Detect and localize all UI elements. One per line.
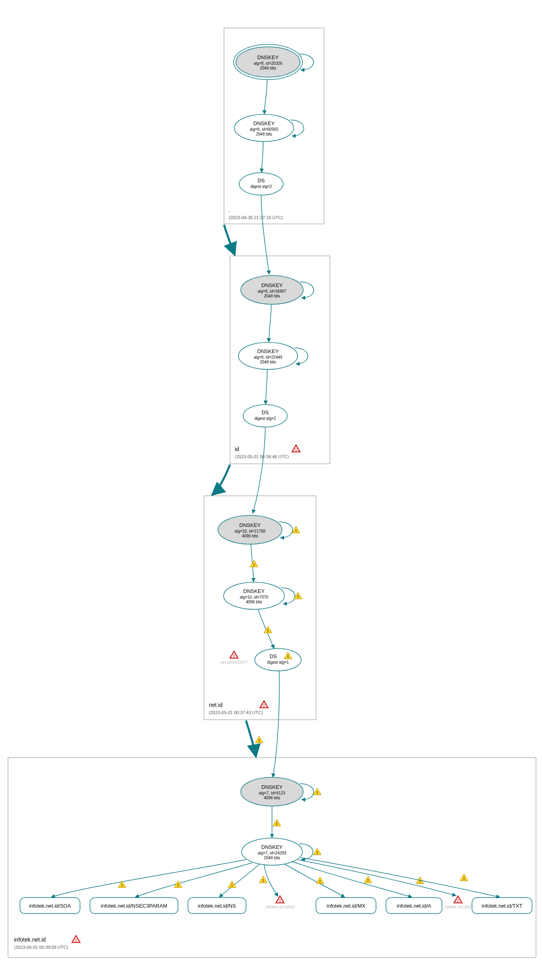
rr-txt: infotek.net.id/TXT xyxy=(472,898,532,914)
node-root-ksk: DNSKEY alg=8, id=20326 2048 bits xyxy=(234,44,302,80)
svg-text:alg=7, id=24293: alg=7, id=24293 xyxy=(258,851,286,855)
ghost-leaf-ns: infotek.net.id/NS xyxy=(265,905,295,909)
svg-point-33 xyxy=(255,649,301,671)
ghost-netid-dnskey: net.id/DNSKEY xyxy=(220,660,248,665)
ghost-leaf-a: infotek.net.id/A xyxy=(445,905,471,909)
zone-label-id: id xyxy=(235,446,239,452)
svg-text:alg=8, id=60955: alg=8, id=60955 xyxy=(250,127,278,132)
rr-ns: infotek.net.id/NS xyxy=(188,898,246,914)
error-icon xyxy=(230,651,238,658)
rr-a: infotek.net.id/A xyxy=(386,898,442,914)
warning-icon xyxy=(259,876,267,883)
zone-label-netid: net.id xyxy=(209,702,222,708)
svg-text:alg=8, id=26887: alg=8, id=26887 xyxy=(258,289,286,293)
warning-icon xyxy=(313,848,321,855)
node-root-zsk: DNSKEY alg=8, id=60955 2048 bits xyxy=(234,114,294,142)
svg-text:alg=10, id=21768: alg=10, id=21768 xyxy=(234,529,266,533)
svg-text:alg=10, id=7070: alg=10, id=7070 xyxy=(240,595,268,599)
zone-label-leaf: infotek.net.id xyxy=(14,936,46,943)
svg-text:alg=7, id=9123: alg=7, id=9123 xyxy=(259,791,286,795)
svg-text:2048 bits: 2048 bits xyxy=(264,294,280,298)
node-net-zsk: DNSKEY alg=10, id=7070 4096 bits xyxy=(224,582,284,609)
node-leaf-ksk: DNSKEY alg=7, id=9123 4096 bits xyxy=(241,777,303,806)
svg-text:DS: DS xyxy=(270,653,277,659)
zone-label-root: . xyxy=(229,207,230,213)
node-leaf-zsk: DNSKEY alg=7, id=24293 2048 bits xyxy=(242,838,302,865)
svg-text:DNSKEY: DNSKEY xyxy=(243,588,265,594)
warning-icon xyxy=(313,788,321,795)
node-root-ds: DS digest alg=2 xyxy=(239,173,283,195)
svg-text:DNSKEY: DNSKEY xyxy=(261,784,283,790)
svg-text:2048 bits: 2048 bits xyxy=(260,66,276,70)
warning-icon xyxy=(273,819,281,826)
svg-text:infotek.net.id/NS: infotek.net.id/NS xyxy=(198,903,236,909)
svg-text:4096 bits: 4096 bits xyxy=(246,600,262,604)
svg-text:infotek.net.id/A: infotek.net.id/A xyxy=(397,903,431,909)
zone-ts-root: (2023-04-30 21:27:18 UTC) xyxy=(229,215,283,220)
svg-text:DS: DS xyxy=(258,178,265,184)
svg-text:digest alg=2: digest alg=2 xyxy=(250,184,272,189)
svg-text:DNSKEY: DNSKEY xyxy=(253,120,275,126)
rr-nsec3param: infotek.net.id/NSEC3PARAM xyxy=(90,898,178,914)
svg-text:4096 bits: 4096 bits xyxy=(242,534,258,538)
zone-ts-id: (2023-05-01 00:36:46 UTC) xyxy=(235,454,289,459)
svg-text:infotek.net.id/TXT: infotek.net.id/TXT xyxy=(482,903,522,909)
svg-text:alg=8, id=22449: alg=8, id=22449 xyxy=(254,355,282,359)
error-icon xyxy=(292,445,300,452)
svg-point-11 xyxy=(239,173,283,195)
node-id-ds: DS digest alg=2 xyxy=(243,405,287,427)
svg-text:DNSKEY: DNSKEY xyxy=(239,522,261,528)
svg-text:infotek.net.id/MX: infotek.net.id/MX xyxy=(327,903,366,909)
zone-ts-leaf: (2023-05-01 00:39:09 UTC) xyxy=(14,945,68,950)
rr-soa: infotek.net.id/SOA xyxy=(20,898,80,914)
warning-icon xyxy=(118,881,126,888)
svg-text:digest alg=1: digest alg=1 xyxy=(267,660,289,665)
warning-icon xyxy=(316,877,324,884)
svg-text:infotek.net.id/SOA: infotek.net.id/SOA xyxy=(29,903,71,909)
rr-mx: infotek.net.id/MX xyxy=(316,898,376,914)
warning-icon xyxy=(364,876,372,883)
dnssec-diagram: ! !! . (2023-04-30 21:27:18 UTC) id (202… xyxy=(0,0,542,980)
svg-point-22 xyxy=(243,405,287,427)
svg-text:infotek.net.id/NSEC3PARAM: infotek.net.id/NSEC3PARAM xyxy=(101,903,167,909)
node-net-ksk: DNSKEY alg=10, id=21768 4096 bits xyxy=(218,515,282,544)
warning-icon xyxy=(292,526,300,533)
node-id-ksk: DNSKEY alg=8, id=26887 2048 bits xyxy=(241,275,303,304)
svg-text:DNSKEY: DNSKEY xyxy=(257,348,279,354)
svg-text:4096 bits: 4096 bits xyxy=(264,796,280,800)
node-net-ds: DS digest alg=1 xyxy=(255,649,301,671)
error-icon xyxy=(454,896,462,903)
node-id-zsk: DNSKEY alg=8, id=22449 2048 bits xyxy=(238,342,298,369)
svg-text:2048 bits: 2048 bits xyxy=(260,360,276,364)
svg-text:2048 bits: 2048 bits xyxy=(264,856,280,860)
error-icon xyxy=(260,701,268,708)
warning-icon xyxy=(255,736,263,743)
svg-text:DNSKEY: DNSKEY xyxy=(261,282,283,288)
svg-text:DS: DS xyxy=(262,409,269,415)
zone-ts-netid: (2023-05-01 00:37:43 UTC) xyxy=(209,710,263,715)
error-icon xyxy=(276,896,284,903)
svg-text:DNSKEY: DNSKEY xyxy=(257,54,279,60)
svg-text:alg=8, id=20326: alg=8, id=20326 xyxy=(254,61,282,66)
svg-text:2048 bits: 2048 bits xyxy=(256,132,272,136)
svg-text:DNSKEY: DNSKEY xyxy=(261,844,283,850)
warning-icon xyxy=(250,560,258,567)
svg-text:digest alg=2: digest alg=2 xyxy=(254,416,276,421)
warning-icon xyxy=(460,874,468,881)
error-icon xyxy=(72,936,80,942)
